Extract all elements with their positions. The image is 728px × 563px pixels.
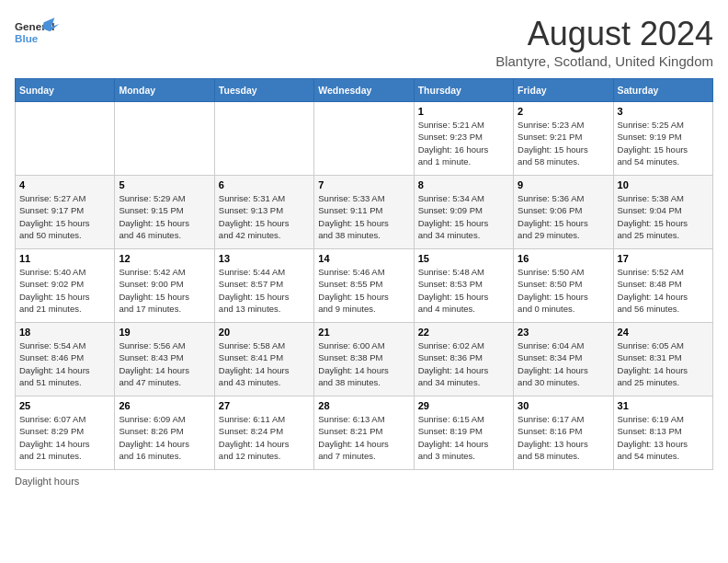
day-number: 13 [219, 253, 310, 264]
day-info: Sunrise: 5:21 AM Sunset: 9:23 PM Dayligh… [418, 119, 509, 167]
day-number: 24 [618, 327, 709, 338]
day-info: Sunrise: 5:44 AM Sunset: 8:57 PM Dayligh… [219, 266, 310, 315]
calendar-day-cell: 22Sunrise: 6:02 AM Sunset: 8:36 PM Dayli… [414, 323, 513, 396]
calendar-day-cell: 10Sunrise: 5:38 AM Sunset: 9:04 PM Dayli… [613, 176, 712, 249]
calendar-header-cell: Sunday [16, 79, 115, 102]
day-info: Sunrise: 5:50 AM Sunset: 8:50 PM Dayligh… [518, 266, 609, 315]
day-number: 19 [119, 327, 210, 338]
calendar-day-cell: 18Sunrise: 5:54 AM Sunset: 8:46 PM Dayli… [16, 323, 115, 396]
day-number: 30 [518, 400, 609, 411]
calendar-header-cell: Saturday [613, 79, 712, 102]
day-number: 28 [318, 400, 409, 411]
day-number: 12 [119, 253, 210, 264]
calendar-header-cell: Thursday [414, 79, 513, 102]
day-number: 31 [618, 400, 709, 411]
calendar-day-cell: 1Sunrise: 5:21 AM Sunset: 9:23 PM Daylig… [414, 102, 513, 176]
calendar-day-cell: 7Sunrise: 5:33 AM Sunset: 9:11 PM Daylig… [314, 176, 414, 249]
day-number: 2 [518, 106, 609, 117]
day-info: Sunrise: 6:00 AM Sunset: 8:38 PM Dayligh… [318, 339, 409, 388]
header: General Blue August 2024 Blantyre, Scotl… [15, 15, 713, 69]
day-info: Sunrise: 5:36 AM Sunset: 9:06 PM Dayligh… [518, 192, 609, 241]
calendar-day-cell: 16Sunrise: 5:50 AM Sunset: 8:50 PM Dayli… [514, 249, 613, 323]
title-area: August 2024 Blantyre, Scotland, United K… [495, 15, 713, 69]
day-info: Sunrise: 6:13 AM Sunset: 8:21 PM Dayligh… [318, 413, 409, 462]
calendar-header: SundayMondayTuesdayWednesdayThursdayFrid… [16, 79, 713, 102]
day-number: 22 [418, 327, 509, 338]
calendar-day-cell [214, 102, 313, 176]
calendar-day-cell: 8Sunrise: 5:34 AM Sunset: 9:09 PM Daylig… [414, 176, 513, 249]
calendar-day-cell: 13Sunrise: 5:44 AM Sunset: 8:57 PM Dayli… [214, 249, 313, 323]
day-info: Sunrise: 6:15 AM Sunset: 8:19 PM Dayligh… [418, 413, 509, 462]
day-number: 11 [19, 253, 110, 264]
calendar-day-cell: 31Sunrise: 6:19 AM Sunset: 8:13 PM Dayli… [613, 396, 712, 470]
day-info: Sunrise: 5:48 AM Sunset: 8:53 PM Dayligh… [418, 266, 509, 315]
calendar-day-cell: 3Sunrise: 5:25 AM Sunset: 9:19 PM Daylig… [613, 102, 712, 176]
calendar-day-cell: 21Sunrise: 6:00 AM Sunset: 8:38 PM Dayli… [314, 323, 414, 396]
day-info: Sunrise: 5:27 AM Sunset: 9:17 PM Dayligh… [19, 192, 110, 241]
day-info: Sunrise: 5:54 AM Sunset: 8:46 PM Dayligh… [19, 339, 110, 388]
subtitle: Blantyre, Scotland, United Kingdom [495, 53, 713, 69]
calendar-day-cell: 27Sunrise: 6:11 AM Sunset: 8:24 PM Dayli… [214, 396, 313, 470]
day-number: 1 [418, 106, 509, 117]
calendar-day-cell: 9Sunrise: 5:36 AM Sunset: 9:06 PM Daylig… [514, 176, 613, 249]
day-info: Sunrise: 5:42 AM Sunset: 9:00 PM Dayligh… [119, 266, 210, 315]
day-info: Sunrise: 6:07 AM Sunset: 8:29 PM Dayligh… [19, 413, 110, 462]
calendar-day-cell: 19Sunrise: 5:56 AM Sunset: 8:43 PM Dayli… [115, 323, 214, 396]
day-info: Sunrise: 5:23 AM Sunset: 9:21 PM Dayligh… [518, 119, 609, 167]
day-number: 7 [318, 179, 409, 190]
day-info: Sunrise: 6:05 AM Sunset: 8:31 PM Dayligh… [618, 339, 709, 388]
main-title: August 2024 [495, 15, 713, 53]
day-info: Sunrise: 6:17 AM Sunset: 8:16 PM Dayligh… [518, 413, 609, 462]
day-number: 8 [418, 179, 509, 190]
calendar-day-cell: 29Sunrise: 6:15 AM Sunset: 8:19 PM Dayli… [414, 396, 513, 470]
day-info: Sunrise: 5:29 AM Sunset: 9:15 PM Dayligh… [119, 192, 210, 241]
calendar-day-cell: 28Sunrise: 6:13 AM Sunset: 8:21 PM Dayli… [314, 396, 414, 470]
logo: General Blue [15, 15, 61, 56]
day-info: Sunrise: 6:19 AM Sunset: 8:13 PM Dayligh… [618, 413, 709, 462]
day-number: 23 [518, 327, 609, 338]
day-info: Sunrise: 6:09 AM Sunset: 8:26 PM Dayligh… [119, 413, 210, 462]
calendar-day-cell [314, 102, 414, 176]
day-number: 17 [618, 253, 709, 264]
day-info: Sunrise: 5:33 AM Sunset: 9:11 PM Dayligh… [318, 192, 409, 241]
day-info: Sunrise: 5:38 AM Sunset: 9:04 PM Dayligh… [618, 192, 709, 241]
calendar-week-row: 18Sunrise: 5:54 AM Sunset: 8:46 PM Dayli… [16, 323, 713, 396]
footer: Daylight hours [15, 476, 713, 487]
calendar-day-cell: 23Sunrise: 6:04 AM Sunset: 8:34 PM Dayli… [514, 323, 613, 396]
day-info: Sunrise: 6:04 AM Sunset: 8:34 PM Dayligh… [518, 339, 609, 388]
day-number: 18 [19, 327, 110, 338]
day-info: Sunrise: 5:34 AM Sunset: 9:09 PM Dayligh… [418, 192, 509, 241]
day-info: Sunrise: 5:56 AM Sunset: 8:43 PM Dayligh… [119, 339, 210, 388]
calendar-week-row: 25Sunrise: 6:07 AM Sunset: 8:29 PM Dayli… [16, 396, 713, 470]
calendar-header-row: SundayMondayTuesdayWednesdayThursdayFrid… [16, 79, 713, 102]
calendar-day-cell: 6Sunrise: 5:31 AM Sunset: 9:13 PM Daylig… [214, 176, 313, 249]
calendar-day-cell: 11Sunrise: 5:40 AM Sunset: 9:02 PM Dayli… [16, 249, 115, 323]
day-info: Sunrise: 5:58 AM Sunset: 8:41 PM Dayligh… [219, 339, 310, 388]
calendar-week-row: 4Sunrise: 5:27 AM Sunset: 9:17 PM Daylig… [16, 176, 713, 249]
svg-text:Blue: Blue [15, 32, 39, 44]
calendar-day-cell: 30Sunrise: 6:17 AM Sunset: 8:16 PM Dayli… [514, 396, 613, 470]
day-info: Sunrise: 5:40 AM Sunset: 9:02 PM Dayligh… [19, 266, 110, 315]
day-info: Sunrise: 5:31 AM Sunset: 9:13 PM Dayligh… [219, 192, 310, 241]
calendar-header-cell: Wednesday [314, 79, 414, 102]
day-number: 27 [219, 400, 310, 411]
day-info: Sunrise: 5:52 AM Sunset: 8:48 PM Dayligh… [618, 266, 709, 315]
calendar-header-cell: Friday [514, 79, 613, 102]
calendar-day-cell: 24Sunrise: 6:05 AM Sunset: 8:31 PM Dayli… [613, 323, 712, 396]
day-number: 4 [19, 179, 110, 190]
day-number: 5 [119, 179, 210, 190]
day-number: 10 [618, 179, 709, 190]
calendar-header-cell: Tuesday [214, 79, 313, 102]
calendar-day-cell: 14Sunrise: 5:46 AM Sunset: 8:55 PM Dayli… [314, 249, 414, 323]
calendar-day-cell: 17Sunrise: 5:52 AM Sunset: 8:48 PM Dayli… [613, 249, 712, 323]
calendar-table: SundayMondayTuesdayWednesdayThursdayFrid… [15, 78, 713, 470]
day-number: 15 [418, 253, 509, 264]
calendar-day-cell: 25Sunrise: 6:07 AM Sunset: 8:29 PM Dayli… [16, 396, 115, 470]
calendar-header-cell: Monday [115, 79, 214, 102]
day-number: 21 [318, 327, 409, 338]
calendar-day-cell: 4Sunrise: 5:27 AM Sunset: 9:17 PM Daylig… [16, 176, 115, 249]
calendar-day-cell: 15Sunrise: 5:48 AM Sunset: 8:53 PM Dayli… [414, 249, 513, 323]
day-number: 3 [618, 106, 709, 117]
calendar-day-cell [115, 102, 214, 176]
logo-icon: General Blue [15, 15, 61, 56]
